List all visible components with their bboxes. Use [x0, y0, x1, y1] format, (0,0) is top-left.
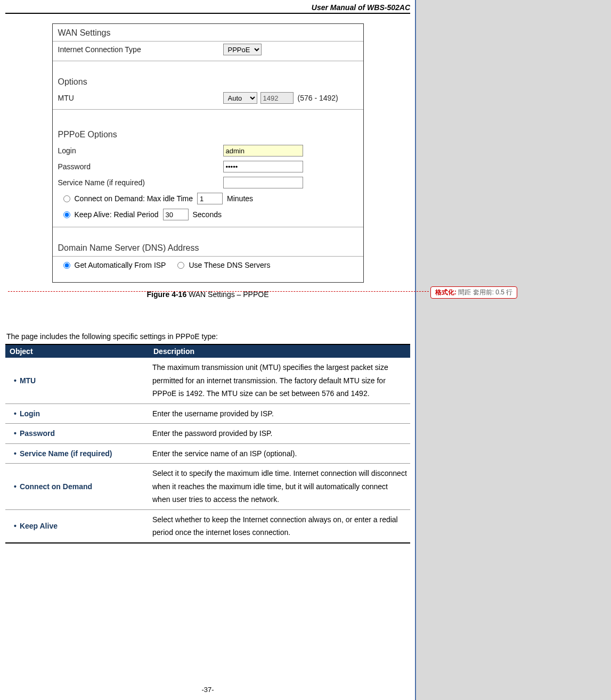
seconds-label: Seconds: [193, 210, 222, 219]
desc-cell: Enter the password provided by ISP.: [149, 424, 410, 444]
keep-alive-row: Keep Alive: Redial Period Seconds: [53, 207, 363, 223]
internet-connection-row: Internet Connection Type PPPoE: [53, 42, 363, 61]
login-input[interactable]: [223, 145, 303, 157]
password-label: Password: [58, 162, 223, 171]
options-heading: Options: [53, 61, 363, 90]
pppoe-options-heading: PPPoE Options: [53, 110, 363, 143]
connect-on-demand-radio[interactable]: [63, 195, 70, 202]
description-table: Object Description •MTU The maximum tran…: [5, 344, 410, 543]
table-row: •Password Enter the password provided by…: [5, 424, 410, 444]
wan-settings-heading: WAN Settings: [53, 24, 363, 42]
password-row: Password: [53, 159, 363, 175]
document-edge: [415, 0, 416, 700]
mtu-mode-select[interactable]: Auto: [223, 92, 257, 104]
obj-cell: Login: [20, 409, 40, 418]
table-header-object: Object: [5, 344, 149, 358]
login-label: Login: [58, 146, 223, 155]
service-name-input[interactable]: [223, 177, 303, 188]
mtu-label: MTU: [58, 94, 223, 102]
obj-cell: Connect on Demand: [20, 482, 92, 491]
desc-cell: The maximum transmission unit (MTU) spec…: [149, 358, 410, 403]
max-idle-time-input[interactable]: [197, 193, 223, 204]
obj-cell: MTU: [20, 376, 36, 385]
table-row: •Connect on Demand Select it to specify …: [5, 464, 410, 510]
keep-alive-radio[interactable]: [63, 211, 70, 218]
obj-cell: Password: [20, 429, 55, 438]
minutes-label: Minutes: [227, 194, 253, 203]
wan-settings-screenshot: WAN Settings Internet Connection Type PP…: [52, 23, 364, 283]
table-row: •Keep Alive Select whether to keep the I…: [5, 509, 410, 543]
comment-leader-line: [8, 291, 429, 292]
dns-options-row: Get Automatically From ISP Use These DNS…: [53, 256, 363, 271]
table-row: •Service Name (if required) Enter the se…: [5, 443, 410, 464]
dns-manual-radio[interactable]: [177, 262, 184, 269]
desc-cell: Select it to specify the maximum idle ti…: [149, 464, 410, 510]
mtu-row: MTU Auto (576 - 1492): [53, 90, 363, 110]
obj-cell: Service Name (if required): [20, 449, 112, 458]
password-input[interactable]: [223, 161, 303, 172]
service-name-label: Service Name (if required): [58, 178, 223, 187]
dns-heading: Domain Name Server (DNS) Address: [53, 227, 363, 256]
page-number: -37-: [0, 686, 416, 694]
page-header-title: User Manual of WBS-502AC: [5, 0, 410, 14]
table-row: •MTU The maximum transmission unit (MTU)…: [5, 358, 410, 403]
dns-auto-radio[interactable]: [63, 262, 70, 269]
dns-auto-label: Get Automatically From ISP: [75, 261, 166, 269]
connect-on-demand-row: Connect on Demand: Max idle Time Minutes: [53, 191, 363, 207]
comment-text: 間距 套用前: 0.5 行: [457, 289, 512, 296]
comment-label: 格式化:: [435, 289, 457, 296]
desc-cell: Select whether to keep the Internet conn…: [149, 509, 410, 543]
obj-cell: Keep Alive: [20, 522, 58, 530]
login-row: Login: [53, 143, 363, 159]
internet-connection-select[interactable]: PPPoE: [223, 44, 262, 55]
intro-text: The page includes the following specific…: [5, 308, 410, 344]
mtu-value-input[interactable]: [260, 92, 294, 104]
mtu-range-label: (576 - 1492): [298, 94, 338, 102]
revision-comment: 格式化: 間距 套用前: 0.5 行: [430, 286, 517, 299]
internet-connection-label: Internet Connection Type: [58, 45, 223, 54]
redial-period-input[interactable]: [163, 209, 189, 220]
keep-alive-label: Keep Alive: Redial Period: [75, 210, 159, 219]
table-row: •Login Enter the username provided by IS…: [5, 403, 410, 424]
document-page: User Manual of WBS-502AC WAN Settings In…: [0, 0, 416, 700]
desc-cell: Enter the username provided by ISP.: [149, 403, 410, 424]
table-header-description: Description: [149, 344, 410, 358]
connect-on-demand-label: Connect on Demand: Max idle Time: [75, 194, 193, 203]
dns-manual-label: Use These DNS Servers: [189, 261, 270, 269]
service-name-row: Service Name (if required): [53, 175, 363, 191]
desc-cell: Enter the service name of an ISP (option…: [149, 443, 410, 464]
